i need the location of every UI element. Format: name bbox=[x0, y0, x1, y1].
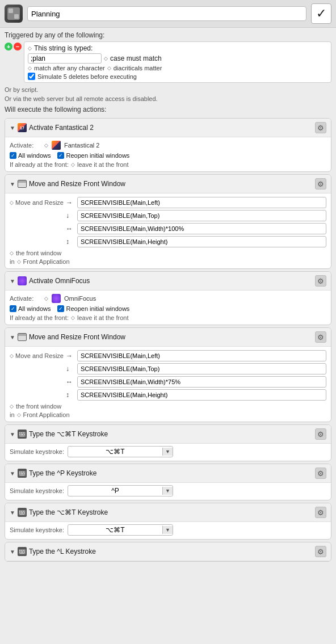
omnifocus-app-name: OmniFocus bbox=[64, 295, 96, 302]
gear-button-ks1[interactable]: ⚙ bbox=[315, 428, 326, 440]
match-after-row: ◇ match after any character ◇ diacritica… bbox=[28, 65, 327, 71]
svg-rect-26 bbox=[20, 514, 24, 515]
front-label-omni: If already at the front: bbox=[10, 314, 69, 321]
svg-rect-17 bbox=[20, 475, 24, 475]
keystroke-body-3: Simulate keystroke: ▼ bbox=[5, 522, 331, 539]
svg-rect-29 bbox=[21, 550, 22, 551]
action-body-move2: ◇ Move and Resize → ↓ ↔ ↕ ◇ the front wi… bbox=[5, 347, 331, 422]
gear-button-move2[interactable]: ⚙ bbox=[315, 331, 326, 343]
collapse-arrow-ks1-icon[interactable]: ▼ bbox=[10, 431, 15, 437]
fantastical-app-name: Fantastical 2 bbox=[64, 142, 99, 149]
window-icon-move1 bbox=[18, 180, 27, 188]
diacritics-label: diacriticals matter bbox=[114, 65, 162, 71]
action-header-left-move1: ▼ Move and Resize Front Window bbox=[10, 180, 125, 188]
svg-rect-31 bbox=[24, 550, 25, 551]
typed-value-input[interactable] bbox=[28, 53, 102, 64]
or-by-script: Or by script. bbox=[0, 85, 336, 94]
gear-button-move1[interactable]: ⚙ bbox=[315, 178, 326, 190]
action-activate-fantastical: ▼ 17 Activate Fantastical 2 ⚙ Activate: … bbox=[5, 118, 331, 172]
diacritics-arrow-icon: ◇ bbox=[107, 65, 111, 71]
simulate-deletes-checkbox[interactable] bbox=[28, 73, 35, 80]
window-footer-arrow-2-icon: ◇ bbox=[10, 403, 14, 409]
all-windows-cb-omni[interactable] bbox=[10, 305, 16, 312]
value-left-1[interactable] bbox=[77, 197, 326, 208]
keystroke-input-2[interactable] bbox=[68, 486, 162, 496]
arrow-vert-1: ↕ bbox=[66, 238, 75, 246]
match-arrow-icon: ◇ bbox=[28, 65, 32, 71]
action-keystroke-3: ▼ Type the ⌥⌘T Keystroke ⚙ Simulate keys… bbox=[5, 503, 331, 540]
arrow-horiz-1: ↔ bbox=[66, 225, 75, 233]
action-title-ks2: Type the ^P Keystroke bbox=[29, 469, 96, 477]
reopen-checkbox[interactable] bbox=[57, 152, 64, 159]
action-body-omnifocus: Activate: ◇ OmniFocus All windows Reopen… bbox=[5, 291, 331, 325]
value-height-2[interactable] bbox=[77, 389, 326, 401]
typed-value-row: ◇ case must match bbox=[28, 53, 327, 64]
all-windows-check-fantastical[interactable]: All windows bbox=[10, 152, 51, 159]
gear-button-omnifocus[interactable]: ⚙ bbox=[315, 275, 326, 287]
confirm-button[interactable]: ✓ bbox=[311, 3, 331, 24]
collapse-arrow-move1-icon[interactable]: ▼ bbox=[10, 181, 15, 187]
app-icon bbox=[5, 5, 23, 23]
reopen-check-fantastical[interactable]: Reopen initial windows bbox=[57, 152, 129, 159]
remove-trigger-button[interactable]: − bbox=[14, 43, 22, 50]
action-header-left-move2: ▼ Move and Resize Front Window bbox=[10, 333, 125, 341]
window-in-row-1: in ◇ Front Application bbox=[10, 258, 326, 265]
svg-rect-33 bbox=[21, 552, 23, 553]
keystroke-dropdown-btn-1[interactable]: ▼ bbox=[162, 448, 173, 456]
simulate-deletes-label: Simulate 5 deletes before executing bbox=[37, 73, 137, 80]
value-width-2[interactable] bbox=[77, 376, 326, 388]
collapse-arrow-icon[interactable]: ▼ bbox=[10, 125, 15, 131]
gear-button-ks4[interactable]: ⚙ bbox=[315, 546, 326, 557]
activate-arrow-icon: ◇ bbox=[44, 142, 48, 148]
keystroke-dropdown-btn-3[interactable]: ▼ bbox=[162, 526, 173, 534]
add-trigger-button[interactable]: + bbox=[5, 43, 12, 50]
header: ✓ bbox=[0, 0, 336, 28]
gear-button-ks3[interactable]: ⚙ bbox=[315, 507, 326, 518]
move-resize-label-2[interactable]: ◇ Move and Resize bbox=[10, 352, 64, 359]
keystroke-input-1[interactable] bbox=[68, 447, 162, 457]
gear-button-ks2[interactable]: ⚙ bbox=[315, 468, 326, 479]
value-width-1[interactable] bbox=[77, 223, 326, 234]
svg-rect-2 bbox=[21, 432, 22, 433]
collapse-arrow-omni-icon[interactable]: ▼ bbox=[10, 278, 15, 284]
action-header-ks2: ▼ Type the ^P Keystroke ⚙ bbox=[5, 464, 331, 483]
keystroke-body-2: Simulate keystroke: ▼ bbox=[5, 483, 331, 500]
arrow-down-2: ↓ bbox=[66, 365, 75, 373]
svg-rect-19 bbox=[19, 511, 20, 512]
collapse-arrow-move2-icon[interactable]: ▼ bbox=[10, 334, 15, 340]
reopen-cb-omni[interactable] bbox=[57, 305, 64, 312]
simulate-label-ks1: Simulate keystroke: bbox=[10, 448, 64, 455]
window-in-row-2: in ◇ Front Application bbox=[10, 411, 326, 418]
simulate-label-ks3: Simulate keystroke: bbox=[10, 527, 64, 533]
action-title-ks1: Type the ⌥⌘T Keystroke bbox=[29, 430, 108, 438]
value-height-1[interactable] bbox=[77, 236, 326, 247]
front-row-omni: If already at the front: ◇ leave it at t… bbox=[10, 314, 326, 321]
collapse-arrow-ks3-icon[interactable]: ▼ bbox=[10, 510, 15, 516]
svg-rect-15 bbox=[21, 473, 23, 474]
value-top-2[interactable] bbox=[77, 363, 326, 374]
macro-title-input[interactable] bbox=[27, 6, 306, 21]
collapse-arrow-ks4-icon[interactable]: ▼ bbox=[10, 549, 15, 555]
svg-rect-20 bbox=[21, 511, 22, 512]
value-left-2[interactable] bbox=[77, 350, 326, 361]
collapse-arrow-ks2-icon[interactable]: ▼ bbox=[10, 470, 15, 477]
match-after-label: match after any character bbox=[34, 65, 105, 71]
action-header-left-ks2: ▼ Type the ^P Keystroke bbox=[10, 469, 96, 478]
action-move-resize-2: ▼ Move and Resize Front Window ⚙ ◇ Move … bbox=[5, 327, 331, 422]
action-keystroke-2: ▼ Type the ^P Keystroke ⚙ Simulate keyst… bbox=[5, 464, 331, 500]
svg-rect-4 bbox=[24, 432, 25, 433]
all-windows-checkbox[interactable] bbox=[10, 152, 16, 159]
all-windows-check-omni[interactable]: All windows bbox=[10, 305, 51, 312]
keystroke-input-3[interactable] bbox=[68, 525, 162, 535]
keystroke-dropdown-btn-2[interactable]: ▼ bbox=[162, 487, 173, 495]
activate-row-omni: Activate: ◇ OmniFocus bbox=[10, 294, 326, 303]
reopen-check-omni[interactable]: Reopen initial windows bbox=[57, 305, 129, 312]
all-windows-omni-label: All windows bbox=[18, 305, 51, 312]
svg-rect-14 bbox=[19, 473, 20, 474]
svg-rect-11 bbox=[21, 472, 22, 473]
gear-button-fantastical[interactable]: ⚙ bbox=[315, 122, 326, 133]
value-top-1[interactable] bbox=[77, 210, 326, 221]
omnifocus-icon bbox=[18, 276, 27, 285]
move-resize-label-1[interactable]: ◇ Move and Resize bbox=[10, 199, 64, 206]
checkboxes-row-fantastical: All windows Reopen initial windows bbox=[10, 152, 326, 159]
